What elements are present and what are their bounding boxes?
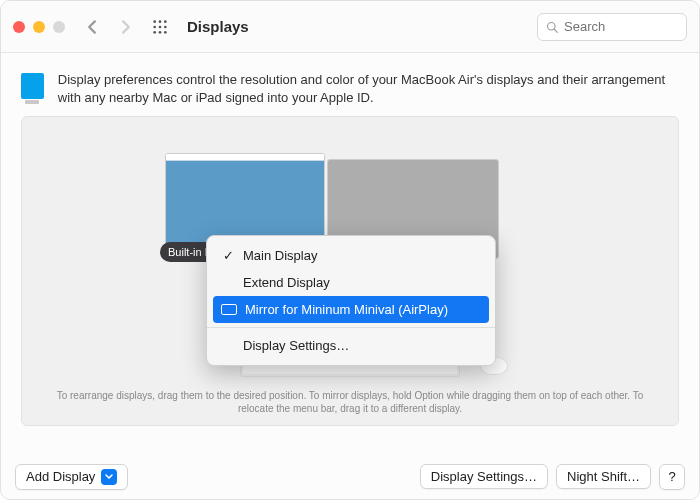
display-context-menu: ✓ Main Display Extend Display Mirror for… xyxy=(206,235,496,366)
svg-point-2 xyxy=(164,20,167,23)
intro-section: Display preferences control the resoluti… xyxy=(21,71,679,106)
svg-point-5 xyxy=(164,25,167,28)
button-label: Display Settings… xyxy=(431,469,537,484)
intro-text: Display preferences control the resoluti… xyxy=(58,71,679,106)
display-settings-button[interactable]: Display Settings… xyxy=(420,464,548,489)
menu-item-label: Mirror for Mininum Minival (AirPlay) xyxy=(245,302,448,317)
svg-point-6 xyxy=(153,31,156,34)
svg-point-0 xyxy=(153,20,156,23)
button-label: Night Shift… xyxy=(567,469,640,484)
search-field[interactable] xyxy=(537,13,687,41)
menu-item-label: Display Settings… xyxy=(243,338,349,353)
zoom-icon[interactable] xyxy=(53,21,65,33)
forward-button[interactable] xyxy=(113,14,139,40)
svg-point-7 xyxy=(159,31,162,34)
search-input[interactable] xyxy=(564,19,678,34)
svg-point-1 xyxy=(159,20,162,23)
menu-item-mirror-airplay[interactable]: Mirror for Mininum Minival (AirPlay) xyxy=(213,296,489,323)
arrangement-area: Built-in Retina Display Mininum Minival … xyxy=(21,116,679,426)
svg-line-10 xyxy=(554,29,557,32)
menu-item-main-display[interactable]: ✓ Main Display xyxy=(207,242,495,269)
menu-divider xyxy=(207,327,495,328)
titlebar: Displays xyxy=(1,1,699,53)
add-display-button[interactable]: Add Display xyxy=(15,464,128,490)
window-title: Displays xyxy=(187,18,249,35)
help-icon: ? xyxy=(668,469,675,484)
menu-item-display-settings[interactable]: Display Settings… xyxy=(207,332,495,359)
monitor-icon xyxy=(221,304,237,315)
back-button[interactable] xyxy=(79,14,105,40)
svg-point-8 xyxy=(164,31,167,34)
help-button[interactable]: ? xyxy=(659,464,685,490)
traffic-lights xyxy=(13,21,65,33)
search-icon xyxy=(546,20,558,34)
night-shift-button[interactable]: Night Shift… xyxy=(556,464,651,489)
menu-item-label: Extend Display xyxy=(243,275,330,290)
close-icon[interactable] xyxy=(13,21,25,33)
menu-item-label: Main Display xyxy=(243,248,317,263)
arrangement-hint: To rearrange displays, drag them to the … xyxy=(22,389,678,415)
chevron-down-icon xyxy=(101,469,117,485)
svg-point-3 xyxy=(153,25,156,28)
button-label: Add Display xyxy=(26,469,95,484)
displays-pref-icon xyxy=(21,73,44,99)
footer-bar: Add Display Display Settings… Night Shif… xyxy=(1,454,699,499)
check-icon: ✓ xyxy=(221,248,235,263)
apps-grid-icon[interactable] xyxy=(147,14,173,40)
svg-point-4 xyxy=(159,25,162,28)
minimize-icon[interactable] xyxy=(33,21,45,33)
menu-item-extend-display[interactable]: Extend Display xyxy=(207,269,495,296)
